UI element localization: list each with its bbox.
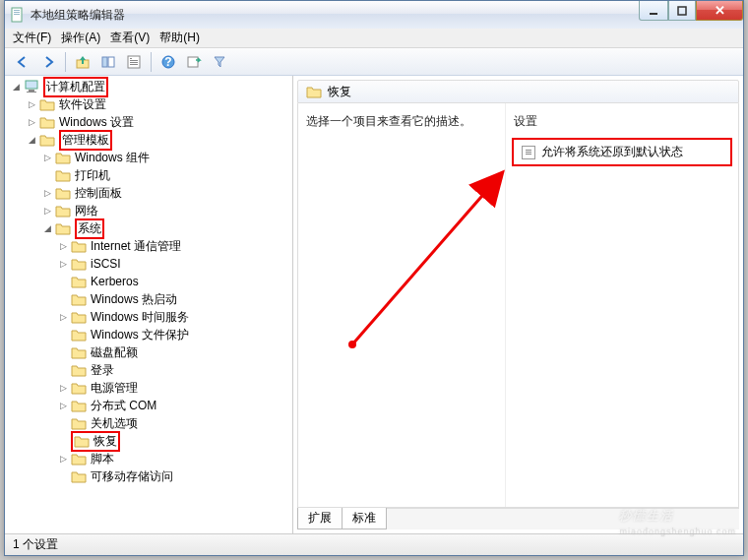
window-controls: ✕ bbox=[639, 1, 743, 21]
tree-item[interactable]: 可移动存储访问 bbox=[91, 468, 173, 485]
folder-icon bbox=[71, 469, 87, 483]
svg-rect-13 bbox=[130, 64, 138, 65]
tree-item[interactable]: 登录 bbox=[91, 362, 114, 379]
collapse-icon[interactable]: ◢ bbox=[11, 82, 22, 93]
tree-item[interactable]: 磁盘配额 bbox=[91, 344, 138, 361]
folder-icon bbox=[71, 345, 87, 359]
folder-icon bbox=[39, 115, 55, 129]
folder-icon bbox=[55, 151, 71, 164]
close-button[interactable]: ✕ bbox=[696, 1, 743, 21]
tree-item[interactable]: 软件设置 bbox=[59, 96, 106, 113]
maximize-button[interactable] bbox=[668, 1, 696, 21]
folder-icon bbox=[39, 133, 55, 147]
svg-rect-18 bbox=[29, 90, 34, 92]
folder-icon bbox=[39, 97, 55, 111]
help-button[interactable]: ? bbox=[156, 51, 180, 73]
show-hide-tree-button[interactable] bbox=[96, 51, 120, 73]
svg-rect-4 bbox=[650, 13, 657, 15]
tree-item[interactable]: 网络 bbox=[75, 203, 98, 219]
computer-icon bbox=[24, 80, 39, 93]
minimize-button[interactable] bbox=[639, 1, 668, 21]
expand-icon[interactable]: ▷ bbox=[58, 383, 69, 394]
expand-icon[interactable]: ▷ bbox=[42, 206, 53, 217]
tree-item[interactable]: 分布式 COM bbox=[91, 398, 156, 414]
details-header: 恢复 bbox=[297, 80, 739, 103]
svg-rect-8 bbox=[108, 57, 114, 67]
document-icon bbox=[11, 7, 25, 23]
body-area: ◢计算机配置 ▷软件设置 ▷Windows 设置 ◢管理模板 ▷Windows … bbox=[5, 76, 743, 533]
tree-item[interactable]: 电源管理 bbox=[91, 380, 138, 397]
expand-icon[interactable]: ▷ bbox=[58, 454, 69, 465]
menu-view[interactable]: 查看(V) bbox=[110, 30, 150, 46]
titlebar[interactable]: 本地组策略编辑器 ✕ bbox=[5, 1, 743, 29]
svg-rect-10 bbox=[130, 58, 132, 59]
svg-text:?: ? bbox=[164, 55, 171, 69]
filter-button[interactable] bbox=[208, 51, 231, 73]
properties-button[interactable] bbox=[122, 51, 146, 73]
tree-item[interactable]: Kerberos bbox=[91, 275, 139, 288]
back-button[interactable] bbox=[11, 51, 34, 73]
tab-extended[interactable]: 扩展 bbox=[297, 508, 343, 529]
expand-icon[interactable]: ▷ bbox=[27, 99, 37, 110]
folder-icon bbox=[71, 399, 87, 412]
tree-item[interactable]: 控制面板 bbox=[75, 185, 122, 202]
collapse-icon[interactable]: ◢ bbox=[27, 135, 37, 146]
window-title: 本地组策略编辑器 bbox=[31, 7, 125, 24]
folder-icon bbox=[55, 186, 71, 200]
menu-action[interactable]: 操作(A) bbox=[61, 30, 100, 46]
toolbar: ? bbox=[5, 48, 743, 76]
tree-item[interactable]: 脚本 bbox=[91, 451, 114, 467]
folder-icon bbox=[71, 239, 87, 253]
expand-icon[interactable]: ▷ bbox=[42, 188, 53, 199]
tree-pane[interactable]: ◢计算机配置 ▷软件设置 ▷Windows 设置 ◢管理模板 ▷Windows … bbox=[5, 76, 293, 533]
menu-file[interactable]: 文件(F) bbox=[13, 30, 51, 46]
tree-item[interactable]: Internet 通信管理 bbox=[91, 238, 181, 255]
folder-icon bbox=[71, 275, 87, 288]
export-button[interactable] bbox=[182, 51, 206, 73]
folder-icon bbox=[306, 85, 322, 98]
tree-item[interactable]: 关机选项 bbox=[91, 415, 138, 432]
tree-item-admin-templates[interactable]: 管理模板 bbox=[59, 130, 112, 151]
tree-item-system[interactable]: 系统 bbox=[75, 218, 104, 239]
expand-icon[interactable]: ▷ bbox=[58, 401, 69, 411]
expand-icon[interactable]: ▷ bbox=[58, 241, 69, 252]
tree-item[interactable]: 打印机 bbox=[75, 167, 110, 184]
folder-icon bbox=[55, 221, 71, 235]
folder-icon bbox=[55, 204, 71, 218]
right-pane: 恢复 选择一个项目来查看它的描述。 设置 允许将系统还原到默认状态 bbox=[293, 76, 743, 533]
menubar: 文件(F) 操作(A) 查看(V) 帮助(H) bbox=[5, 29, 743, 48]
tree-item[interactable]: Windows 热启动 bbox=[91, 291, 177, 308]
tree-item[interactable]: iSCSI bbox=[91, 257, 121, 271]
tree-item-recovery[interactable]: 恢复 bbox=[94, 433, 117, 450]
folder-icon bbox=[71, 257, 87, 271]
tree-root[interactable]: 计算机配置 bbox=[43, 77, 108, 97]
collapse-icon[interactable]: ◢ bbox=[42, 223, 53, 234]
folder-icon bbox=[71, 292, 87, 306]
folder-icon bbox=[71, 381, 87, 395]
expand-icon[interactable]: ▷ bbox=[58, 312, 69, 323]
menu-help[interactable]: 帮助(H) bbox=[159, 30, 200, 46]
expand-icon[interactable]: ▷ bbox=[58, 259, 69, 270]
forward-button[interactable] bbox=[36, 51, 60, 73]
folder-icon bbox=[71, 452, 87, 466]
status-text: 1 个设置 bbox=[13, 536, 58, 553]
svg-rect-12 bbox=[130, 62, 138, 63]
tab-strip: 扩展 标准 bbox=[297, 508, 739, 529]
description-text: 选择一个项目来查看它的描述。 bbox=[306, 113, 497, 130]
setting-item[interactable]: 允许将系统还原到默认状态 bbox=[512, 138, 732, 166]
tree-item[interactable]: Windows 组件 bbox=[75, 150, 150, 166]
folder-icon bbox=[55, 168, 71, 182]
svg-rect-3 bbox=[14, 14, 20, 15]
tree-item[interactable]: Windows 时间服务 bbox=[91, 309, 189, 326]
folder-icon bbox=[71, 328, 87, 342]
expand-icon[interactable]: ▷ bbox=[27, 117, 37, 128]
svg-rect-5 bbox=[678, 7, 686, 15]
details-content: 选择一个项目来查看它的描述。 设置 允许将系统还原到默认状态 bbox=[297, 103, 739, 508]
tab-standard[interactable]: 标准 bbox=[342, 508, 387, 529]
expand-icon[interactable]: ▷ bbox=[42, 153, 53, 163]
settings-column: 设置 允许将系统还原到默认状态 bbox=[505, 103, 738, 507]
tree-item[interactable]: Windows 文件保护 bbox=[91, 327, 189, 343]
tree-item[interactable]: Windows 设置 bbox=[59, 114, 134, 131]
svg-rect-1 bbox=[14, 10, 20, 11]
up-level-button[interactable] bbox=[71, 51, 94, 73]
